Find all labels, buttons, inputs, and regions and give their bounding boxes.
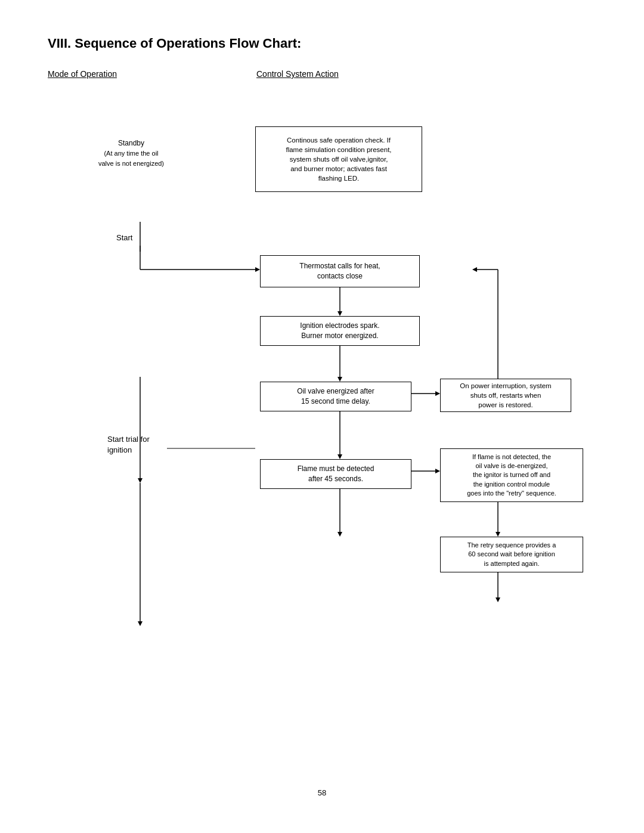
svg-marker-23 [496, 532, 500, 537]
svg-marker-27 [138, 621, 143, 626]
start-label: Start [116, 233, 132, 243]
svg-marker-9 [435, 391, 440, 396]
box-safe-operation: Continous safe operation check. If flame… [255, 126, 422, 192]
box-thermostat: Thermostat calls for heat, contacts clos… [260, 255, 420, 287]
page: VIII. Sequence of Operations Flow Chart:… [0, 0, 644, 833]
flow-area: Standby (At any time the oilvalve is not… [48, 85, 596, 770]
control-system-action-header: Control System Action [256, 69, 339, 79]
svg-marker-5 [338, 311, 342, 316]
page-number: 58 [48, 788, 596, 797]
svg-marker-15 [138, 478, 143, 483]
svg-marker-3 [255, 267, 260, 272]
svg-marker-12 [472, 267, 477, 272]
column-headers: Mode of Operation Control System Action [48, 69, 596, 79]
box-no-flame: If flame is not detected, the oil valve … [440, 448, 583, 502]
box-power-interruption: On power interruption, system shuts off,… [440, 379, 571, 412]
box-flame-detected: Flame must be detected after 45 seconds. [260, 459, 411, 489]
svg-marker-21 [435, 469, 440, 473]
svg-marker-25 [496, 597, 500, 602]
page-title: VIII. Sequence of Operations Flow Chart: [48, 36, 596, 51]
standby-label: Standby (At any time the oilvalve is not… [83, 138, 179, 168]
svg-marker-7 [338, 377, 342, 382]
mode-of-operation-header: Mode of Operation [48, 69, 179, 79]
box-ignition-electrodes: Ignition electrodes spark. Burner motor … [260, 316, 420, 346]
svg-marker-19 [338, 454, 342, 459]
start-trial-label: Start trial for ignition [107, 434, 185, 456]
box-oil-valve: Oil valve energized after 15 second time… [260, 382, 411, 411]
svg-marker-29 [338, 532, 342, 537]
box-retry-sequence: The retry sequence provides a 60 second … [440, 537, 583, 572]
